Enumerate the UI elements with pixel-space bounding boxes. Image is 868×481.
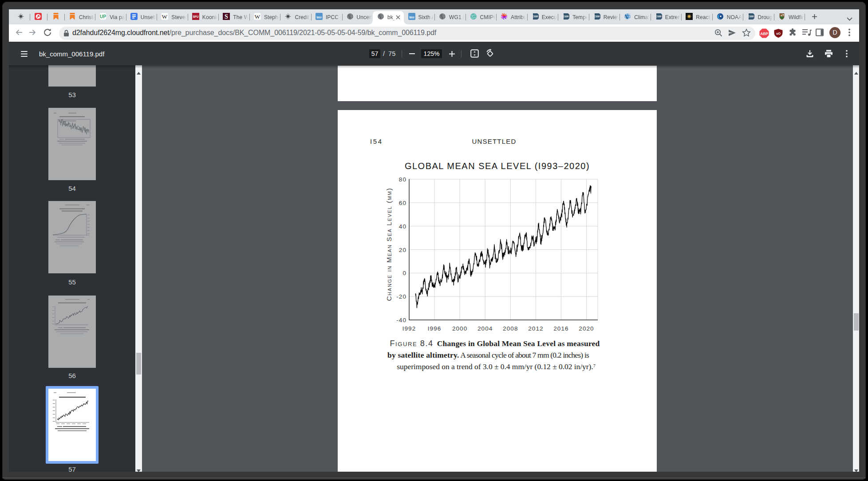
svg-text:80: 80 <box>399 176 406 183</box>
svg-text:60: 60 <box>399 200 406 206</box>
svg-text:40: 40 <box>399 223 406 230</box>
svg-text:2016: 2016 <box>553 325 568 332</box>
svg-text:ipcc: ipcc <box>409 16 414 18</box>
svg-text:SFU: SFU <box>193 15 198 18</box>
svg-text:2004: 2004 <box>477 325 493 332</box>
svg-text:2020: 2020 <box>579 325 594 332</box>
svg-text:CSSR: CSSR <box>655 16 661 18</box>
svg-text:20: 20 <box>399 247 406 253</box>
svg-text:-40: -40 <box>396 317 406 323</box>
svg-text:2000: 2000 <box>452 325 467 332</box>
svg-text:W: W <box>255 13 260 20</box>
svg-text:ABP: ABP <box>760 32 768 36</box>
svg-text:-20: -20 <box>396 293 406 300</box>
svg-text:0: 0 <box>402 270 406 276</box>
svg-text:S: S <box>225 13 228 20</box>
svg-text:uO: uO <box>776 32 781 35</box>
svg-text:2008: 2008 <box>503 325 518 332</box>
svg-text:ipcc: ipcc <box>316 16 322 18</box>
svg-text:Change in Mean Sea Level (mm): Change in Mean Sea Level (mm) <box>385 188 393 301</box>
svg-text:W: W <box>162 13 168 20</box>
svg-text:UP: UP <box>100 14 106 19</box>
svg-text:CSSR: CSSR <box>748 16 754 18</box>
svg-text:I992: I992 <box>402 325 416 332</box>
svg-text:CSSR: CSSR <box>563 16 569 18</box>
svg-text:I996: I996 <box>428 325 442 332</box>
svg-text:CSSR: CSSR <box>594 16 600 18</box>
svg-text:CSSR: CSSR <box>532 16 538 18</box>
svg-text:2012: 2012 <box>528 325 543 332</box>
